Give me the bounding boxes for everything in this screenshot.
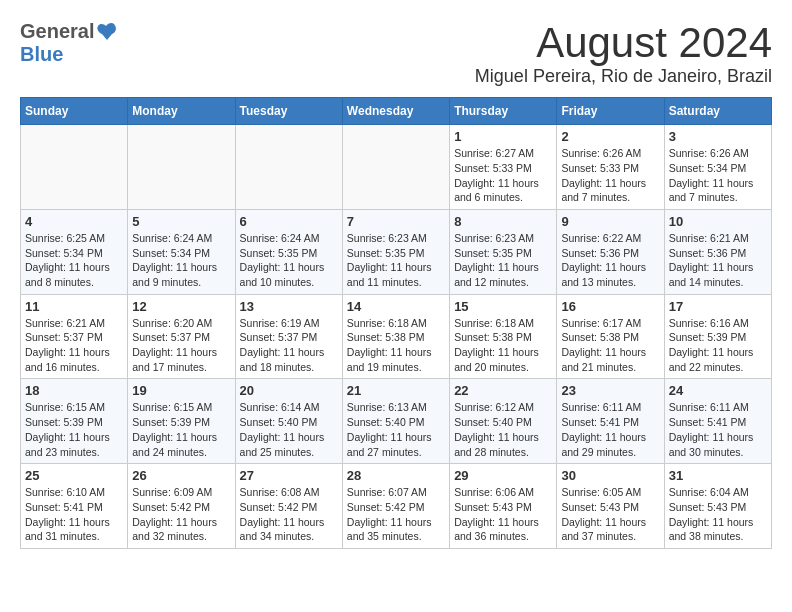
calendar-cell: 16Sunrise: 6:17 AM Sunset: 5:38 PM Dayli… — [557, 294, 664, 379]
day-info: Sunrise: 6:18 AM Sunset: 5:38 PM Dayligh… — [454, 316, 552, 375]
calendar-cell: 19Sunrise: 6:15 AM Sunset: 5:39 PM Dayli… — [128, 379, 235, 464]
day-info: Sunrise: 6:21 AM Sunset: 5:37 PM Dayligh… — [25, 316, 123, 375]
day-info: Sunrise: 6:15 AM Sunset: 5:39 PM Dayligh… — [132, 400, 230, 459]
calendar-cell: 10Sunrise: 6:21 AM Sunset: 5:36 PM Dayli… — [664, 209, 771, 294]
day-number: 20 — [240, 383, 338, 398]
day-info: Sunrise: 6:19 AM Sunset: 5:37 PM Dayligh… — [240, 316, 338, 375]
calendar-cell: 27Sunrise: 6:08 AM Sunset: 5:42 PM Dayli… — [235, 464, 342, 549]
day-number: 24 — [669, 383, 767, 398]
calendar-cell: 24Sunrise: 6:11 AM Sunset: 5:41 PM Dayli… — [664, 379, 771, 464]
calendar-week-5: 25Sunrise: 6:10 AM Sunset: 5:41 PM Dayli… — [21, 464, 772, 549]
day-number: 9 — [561, 214, 659, 229]
calendar-week-1: 1Sunrise: 6:27 AM Sunset: 5:33 PM Daylig… — [21, 125, 772, 210]
day-info: Sunrise: 6:20 AM Sunset: 5:37 PM Dayligh… — [132, 316, 230, 375]
calendar-cell: 3Sunrise: 6:26 AM Sunset: 5:34 PM Daylig… — [664, 125, 771, 210]
calendar-cell: 17Sunrise: 6:16 AM Sunset: 5:39 PM Dayli… — [664, 294, 771, 379]
day-number: 27 — [240, 468, 338, 483]
calendar-cell — [342, 125, 449, 210]
calendar-header-tuesday: Tuesday — [235, 98, 342, 125]
calendar-cell — [128, 125, 235, 210]
calendar-week-3: 11Sunrise: 6:21 AM Sunset: 5:37 PM Dayli… — [21, 294, 772, 379]
calendar-cell: 15Sunrise: 6:18 AM Sunset: 5:38 PM Dayli… — [450, 294, 557, 379]
header: General Blue August 2024 Miguel Pereira,… — [20, 20, 772, 87]
day-info: Sunrise: 6:23 AM Sunset: 5:35 PM Dayligh… — [347, 231, 445, 290]
calendar-cell: 26Sunrise: 6:09 AM Sunset: 5:42 PM Dayli… — [128, 464, 235, 549]
calendar-header-sunday: Sunday — [21, 98, 128, 125]
day-number: 7 — [347, 214, 445, 229]
logo-blue: Blue — [20, 43, 63, 66]
day-number: 29 — [454, 468, 552, 483]
day-info: Sunrise: 6:12 AM Sunset: 5:40 PM Dayligh… — [454, 400, 552, 459]
calendar-cell: 4Sunrise: 6:25 AM Sunset: 5:34 PM Daylig… — [21, 209, 128, 294]
calendar-week-4: 18Sunrise: 6:15 AM Sunset: 5:39 PM Dayli… — [21, 379, 772, 464]
calendar-cell: 22Sunrise: 6:12 AM Sunset: 5:40 PM Dayli… — [450, 379, 557, 464]
calendar-cell: 14Sunrise: 6:18 AM Sunset: 5:38 PM Dayli… — [342, 294, 449, 379]
calendar-cell: 6Sunrise: 6:24 AM Sunset: 5:35 PM Daylig… — [235, 209, 342, 294]
day-info: Sunrise: 6:06 AM Sunset: 5:43 PM Dayligh… — [454, 485, 552, 544]
calendar-header-saturday: Saturday — [664, 98, 771, 125]
calendar-cell: 1Sunrise: 6:27 AM Sunset: 5:33 PM Daylig… — [450, 125, 557, 210]
day-number: 26 — [132, 468, 230, 483]
day-number: 11 — [25, 299, 123, 314]
day-info: Sunrise: 6:27 AM Sunset: 5:33 PM Dayligh… — [454, 146, 552, 205]
day-info: Sunrise: 6:25 AM Sunset: 5:34 PM Dayligh… — [25, 231, 123, 290]
day-number: 18 — [25, 383, 123, 398]
day-number: 28 — [347, 468, 445, 483]
day-info: Sunrise: 6:11 AM Sunset: 5:41 PM Dayligh… — [561, 400, 659, 459]
day-info: Sunrise: 6:16 AM Sunset: 5:39 PM Dayligh… — [669, 316, 767, 375]
calendar-header-thursday: Thursday — [450, 98, 557, 125]
logo-bird-icon — [96, 22, 118, 42]
calendar-cell: 9Sunrise: 6:22 AM Sunset: 5:36 PM Daylig… — [557, 209, 664, 294]
day-number: 15 — [454, 299, 552, 314]
day-number: 10 — [669, 214, 767, 229]
calendar-header-row: SundayMondayTuesdayWednesdayThursdayFrid… — [21, 98, 772, 125]
day-number: 13 — [240, 299, 338, 314]
day-number: 21 — [347, 383, 445, 398]
day-number: 6 — [240, 214, 338, 229]
day-number: 31 — [669, 468, 767, 483]
calendar-header-friday: Friday — [557, 98, 664, 125]
day-info: Sunrise: 6:24 AM Sunset: 5:34 PM Dayligh… — [132, 231, 230, 290]
calendar-week-2: 4Sunrise: 6:25 AM Sunset: 5:34 PM Daylig… — [21, 209, 772, 294]
calendar-cell: 13Sunrise: 6:19 AM Sunset: 5:37 PM Dayli… — [235, 294, 342, 379]
day-number: 19 — [132, 383, 230, 398]
day-number: 8 — [454, 214, 552, 229]
calendar-cell: 11Sunrise: 6:21 AM Sunset: 5:37 PM Dayli… — [21, 294, 128, 379]
day-number: 25 — [25, 468, 123, 483]
calendar: SundayMondayTuesdayWednesdayThursdayFrid… — [20, 97, 772, 549]
day-number: 14 — [347, 299, 445, 314]
day-info: Sunrise: 6:04 AM Sunset: 5:43 PM Dayligh… — [669, 485, 767, 544]
calendar-cell: 29Sunrise: 6:06 AM Sunset: 5:43 PM Dayli… — [450, 464, 557, 549]
day-info: Sunrise: 6:09 AM Sunset: 5:42 PM Dayligh… — [132, 485, 230, 544]
calendar-cell: 18Sunrise: 6:15 AM Sunset: 5:39 PM Dayli… — [21, 379, 128, 464]
day-info: Sunrise: 6:22 AM Sunset: 5:36 PM Dayligh… — [561, 231, 659, 290]
day-info: Sunrise: 6:14 AM Sunset: 5:40 PM Dayligh… — [240, 400, 338, 459]
calendar-cell: 31Sunrise: 6:04 AM Sunset: 5:43 PM Dayli… — [664, 464, 771, 549]
calendar-cell: 28Sunrise: 6:07 AM Sunset: 5:42 PM Dayli… — [342, 464, 449, 549]
calendar-cell: 12Sunrise: 6:20 AM Sunset: 5:37 PM Dayli… — [128, 294, 235, 379]
day-number: 30 — [561, 468, 659, 483]
calendar-cell: 23Sunrise: 6:11 AM Sunset: 5:41 PM Dayli… — [557, 379, 664, 464]
day-number: 12 — [132, 299, 230, 314]
day-info: Sunrise: 6:13 AM Sunset: 5:40 PM Dayligh… — [347, 400, 445, 459]
calendar-cell: 30Sunrise: 6:05 AM Sunset: 5:43 PM Dayli… — [557, 464, 664, 549]
calendar-cell: 21Sunrise: 6:13 AM Sunset: 5:40 PM Dayli… — [342, 379, 449, 464]
day-info: Sunrise: 6:26 AM Sunset: 5:33 PM Dayligh… — [561, 146, 659, 205]
subtitle: Miguel Pereira, Rio de Janeiro, Brazil — [475, 66, 772, 87]
day-number: 16 — [561, 299, 659, 314]
calendar-cell — [21, 125, 128, 210]
title-section: August 2024 Miguel Pereira, Rio de Janei… — [475, 20, 772, 87]
day-number: 1 — [454, 129, 552, 144]
calendar-cell — [235, 125, 342, 210]
calendar-cell: 7Sunrise: 6:23 AM Sunset: 5:35 PM Daylig… — [342, 209, 449, 294]
logo: General Blue — [20, 20, 118, 66]
day-info: Sunrise: 6:08 AM Sunset: 5:42 PM Dayligh… — [240, 485, 338, 544]
day-info: Sunrise: 6:18 AM Sunset: 5:38 PM Dayligh… — [347, 316, 445, 375]
day-info: Sunrise: 6:21 AM Sunset: 5:36 PM Dayligh… — [669, 231, 767, 290]
calendar-cell: 5Sunrise: 6:24 AM Sunset: 5:34 PM Daylig… — [128, 209, 235, 294]
day-number: 3 — [669, 129, 767, 144]
day-info: Sunrise: 6:23 AM Sunset: 5:35 PM Dayligh… — [454, 231, 552, 290]
day-number: 5 — [132, 214, 230, 229]
day-info: Sunrise: 6:07 AM Sunset: 5:42 PM Dayligh… — [347, 485, 445, 544]
day-info: Sunrise: 6:24 AM Sunset: 5:35 PM Dayligh… — [240, 231, 338, 290]
